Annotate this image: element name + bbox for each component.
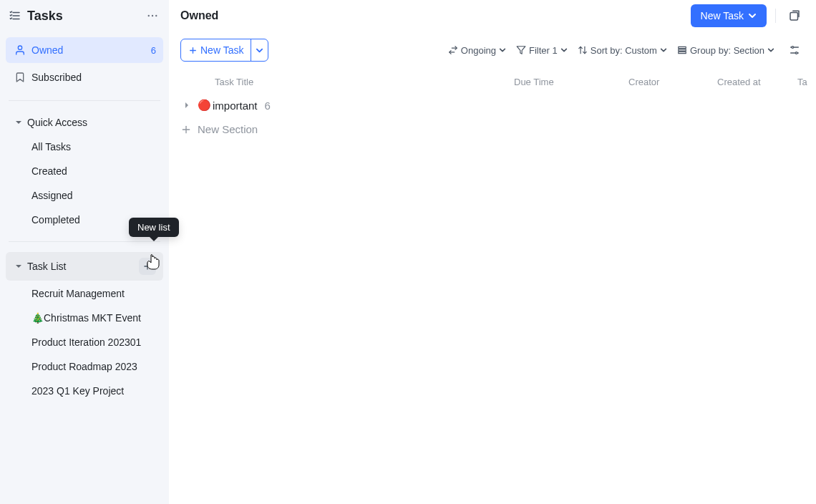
bookmark-icon [13, 70, 27, 84]
chevron-down-icon [767, 47, 774, 54]
sidebar-item-label: Product Iteration 202301 [31, 336, 141, 348]
section-header-quick-access[interactable]: Quick Access [6, 111, 163, 134]
divider [9, 241, 160, 242]
filter-control[interactable]: Filter 1 [516, 45, 568, 56]
settings-button[interactable] [785, 40, 805, 60]
toolbar: New Task Ongoing Filter 1 Sort by: Custo… [169, 32, 816, 69]
status-filter[interactable]: Ongoing [448, 45, 506, 56]
table-header: Task Title Due Time Creator Created at T… [169, 69, 816, 94]
new-task-button-primary[interactable]: New Task [691, 4, 767, 27]
new-list-button[interactable] [139, 258, 156, 275]
column-header-created-at[interactable]: Created at [711, 77, 792, 87]
section-count: 6 [265, 100, 271, 112]
sidebar-item-label: 2023 Q1 Key Project [31, 385, 124, 397]
new-section-button[interactable]: New Section [169, 116, 816, 142]
tasklist-item[interactable]: Product Iteration 202301 [6, 331, 163, 354]
svg-rect-17 [679, 52, 686, 53]
user-icon [13, 43, 27, 57]
open-in-new-window-button[interactable] [785, 6, 805, 26]
sidebar-item-label: Owned [31, 44, 151, 56]
quickaccess-item-assigned[interactable]: Assigned [6, 184, 163, 207]
svg-rect-9 [790, 13, 798, 21]
chevron-down-icon [660, 47, 667, 54]
new-task-button[interactable]: New Task [181, 39, 251, 61]
section-name: important [213, 100, 258, 112]
sidebar-more-button[interactable] [143, 6, 162, 25]
chevron-down-icon [560, 47, 568, 54]
svg-point-20 [792, 47, 794, 49]
group-icon [677, 45, 687, 55]
tasks-app-icon [7, 8, 23, 24]
page-title: Owned [180, 9, 691, 22]
sidebar-item-label: 🎄Christmas MKT Event [31, 312, 141, 324]
caret-right-icon[interactable] [180, 99, 193, 112]
new-task-dropdown[interactable] [251, 39, 268, 61]
section-header-label: Quick Access [27, 117, 156, 128]
chevron-down-icon [499, 47, 506, 54]
svg-point-6 [18, 46, 21, 49]
sidebar-item-count: 6 [151, 45, 156, 56]
new-task-label: New Task [701, 10, 744, 21]
quickaccess-item-created[interactable]: Created [6, 160, 163, 183]
svg-point-21 [795, 52, 797, 54]
filter-icon [516, 45, 526, 55]
sidebar-item-owned[interactable]: Owned 6 [6, 37, 163, 63]
sidebar: Tasks Owned 6 Subscribed [0, 0, 169, 504]
topbar: Owned New Task [169, 0, 816, 32]
svg-point-4 [152, 15, 153, 16]
column-header-title[interactable]: Task Title [180, 77, 508, 87]
sidebar-item-label: Created [31, 165, 67, 177]
sidebar-item-label: Recruit Management [31, 288, 125, 299]
tasklist-item[interactable]: 🎄Christmas MKT Event [6, 306, 163, 329]
filter-label: Filter 1 [529, 45, 558, 56]
sidebar-item-label: Product Roadmap 2023 [31, 361, 137, 372]
tasklist-item[interactable]: 2023 Q1 Key Project [6, 379, 163, 402]
task-section-row[interactable]: 🔴 important 6 [169, 94, 816, 116]
column-header-creator[interactable]: Creator [623, 77, 711, 87]
sort-control[interactable]: Sort by: Custom [578, 45, 667, 56]
sidebar-item-subscribed[interactable]: Subscribed [6, 64, 163, 90]
main-content: Owned New Task New Task [169, 0, 816, 504]
status-icon [448, 45, 458, 55]
quickaccess-item-all-tasks[interactable]: All Tasks [6, 135, 163, 158]
sort-label: Sort by: Custom [591, 45, 657, 56]
tasklist-item[interactable]: Product Roadmap 2023 [6, 355, 163, 378]
chevron-down-icon [748, 11, 757, 20]
chevron-down-icon [256, 47, 263, 54]
section-emoji: 🔴 [198, 99, 211, 112]
new-section-label: New Section [198, 123, 258, 135]
plus-icon [180, 124, 192, 135]
svg-point-5 [155, 15, 157, 16]
sidebar-item-label: Subscribed [31, 72, 156, 83]
new-task-split-button: New Task [180, 39, 268, 62]
column-header-due[interactable]: Due Time [508, 77, 623, 87]
sliders-icon [789, 44, 800, 56]
divider [775, 9, 776, 23]
group-control[interactable]: Group by: Section [677, 45, 774, 56]
new-task-label: New Task [200, 44, 243, 56]
column-header-tag[interactable]: Ta [792, 77, 805, 87]
svg-rect-15 [679, 47, 686, 48]
svg-point-3 [148, 15, 150, 16]
divider [9, 100, 160, 101]
sidebar-item-label: All Tasks [31, 141, 71, 152]
caret-down-icon [13, 117, 24, 128]
group-label: Group by: Section [690, 45, 764, 56]
plus-icon [188, 46, 198, 55]
caret-down-icon [13, 261, 24, 272]
tasklist-item[interactable]: Recruit Management [6, 282, 163, 305]
tooltip-new-list: New list [129, 218, 179, 237]
sidebar-item-label: Assigned [31, 190, 73, 201]
status-label: Ongoing [461, 45, 496, 56]
sort-icon [578, 45, 588, 55]
svg-marker-14 [517, 47, 525, 54]
section-header-label: Task List [27, 261, 139, 272]
tooltip-text: New list [137, 222, 170, 233]
sidebar-header: Tasks [0, 0, 169, 32]
sidebar-item-label: Completed [31, 214, 80, 226]
svg-rect-16 [679, 49, 686, 51]
app-title: Tasks [27, 9, 143, 24]
section-header-task-list[interactable]: Task List [6, 252, 163, 281]
